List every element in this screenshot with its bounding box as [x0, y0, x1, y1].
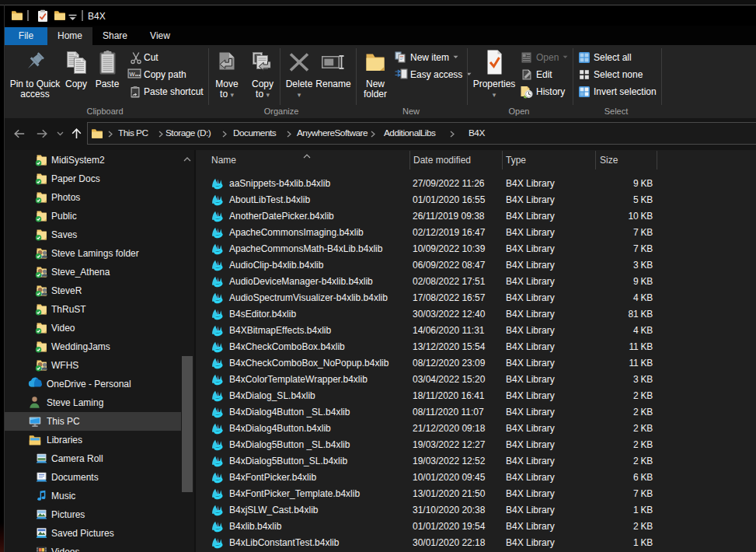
svg-text:W: W	[130, 71, 136, 78]
